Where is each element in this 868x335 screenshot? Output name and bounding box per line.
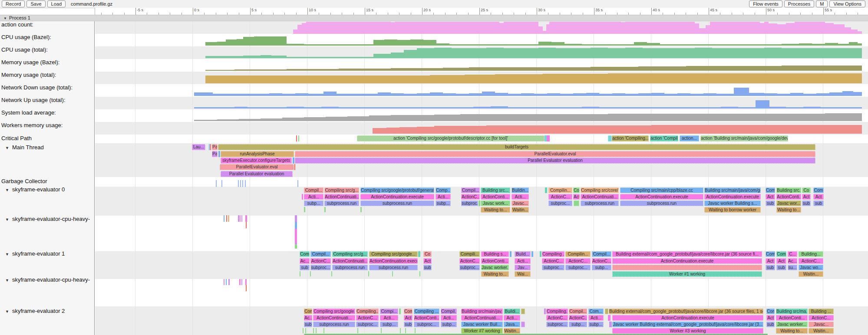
system-load-average-counter-step[interactable] xyxy=(282,118,304,121)
network-down-usage-counter-step[interactable] xyxy=(282,94,295,96)
trace-event-sliver[interactable] xyxy=(228,215,229,222)
trace-event-bar[interactable]: Com xyxy=(776,251,786,257)
trace-event-bar[interactable]: Buildin... xyxy=(512,187,529,193)
trace-event-bar[interactable]: ActionConti... xyxy=(776,194,801,200)
cpu-usage-bazel-counter-step[interactable] xyxy=(330,44,343,46)
trace-event-sliver[interactable] xyxy=(296,135,297,141)
system-load-average-counter-step[interactable] xyxy=(347,116,369,121)
memory-usage-total-counter-step[interactable] xyxy=(608,73,862,83)
trace-event-sliver[interactable] xyxy=(360,207,362,212)
memory-usage-bazel-counter-step[interactable] xyxy=(543,67,591,71)
trace-event-bar[interactable]: action 'Compili... xyxy=(650,135,678,141)
network-down-usage-counter-step[interactable] xyxy=(323,92,337,96)
network-down-usage-counter-step[interactable] xyxy=(430,92,443,96)
system-load-average-counter-step[interactable] xyxy=(564,114,608,121)
action-count-counter-step[interactable] xyxy=(825,23,834,34)
trace-event-bar[interactable]: Acti... xyxy=(436,194,451,200)
trace-event-bar[interactable]: C... xyxy=(788,251,797,257)
trace-event-bar[interactable]: Com... xyxy=(588,309,604,314)
network-up-usage-counter-step[interactable] xyxy=(378,107,395,108)
network-down-usage-counter-step[interactable] xyxy=(213,94,226,96)
trace-event-bar[interactable]: Compilin... xyxy=(565,251,591,257)
trace-event-bar[interactable]: Building ... xyxy=(809,309,834,314)
trace-event-bar[interactable]: Java... xyxy=(504,322,520,327)
trace-event-bar[interactable]: sub xyxy=(766,265,775,270)
cpu-usage-bazel-counter-step[interactable] xyxy=(582,44,599,46)
trace-event-sliver[interactable] xyxy=(605,309,608,314)
trace-event-sliver[interactable] xyxy=(545,187,547,193)
network-down-usage-counter-step[interactable] xyxy=(350,94,365,96)
cpu-usage-total-counter-step[interactable] xyxy=(486,48,504,58)
trace-event-bar[interactable]: Waitin... xyxy=(809,328,834,334)
cpu-usage-bazel-counter-step[interactable] xyxy=(356,44,373,46)
memory-usage-bazel-counter-step[interactable] xyxy=(825,66,862,71)
trace-event-sliver[interactable] xyxy=(418,251,420,257)
trace-event-bar[interactable]: ActionC... xyxy=(356,315,379,321)
trace-event-bar[interactable]: Comp... xyxy=(436,187,451,193)
trace-event-bar[interactable]: Compiling src/g... xyxy=(332,251,368,257)
cpu-usage-total-counter-step[interactable] xyxy=(304,57,321,58)
trace-event-bar[interactable]: ActionContinuation.execute xyxy=(612,315,763,321)
network-down-usage-counter-step[interactable] xyxy=(638,93,651,96)
trace-event-bar[interactable]: ActionContinuation.execute xyxy=(704,194,761,200)
action-count-counter-step[interactable] xyxy=(795,22,825,34)
trace-event-bar[interactable]: action 'Compiling... xyxy=(612,135,649,141)
trace-event-bar[interactable]: Waiting to borrow worker xyxy=(704,207,761,213)
track-label-workers-memory-usage[interactable]: Workers memory usage: xyxy=(1,122,63,128)
trace-event-bar[interactable]: sub xyxy=(766,200,775,206)
workers-memory-usage-counter-step[interactable] xyxy=(373,128,386,134)
track-label-system-load-average[interactable]: System load average: xyxy=(1,110,56,116)
workers-memory-usage-counter-step[interactable] xyxy=(738,125,782,134)
cpu-usage-bazel-counter-step[interactable] xyxy=(237,39,243,46)
trace-event-bar[interactable]: Javac wor... xyxy=(776,200,801,206)
trace-event-bar[interactable]: Acti... xyxy=(515,258,531,264)
trace-event-sliver[interactable] xyxy=(479,200,480,206)
memory-usage-bazel-counter-step[interactable] xyxy=(495,67,543,71)
network-up-usage-counter-step[interactable] xyxy=(721,107,738,108)
trace-event-bar[interactable]: action 'Building src/main/java/com/googl… xyxy=(700,135,788,141)
trace-event-sliver[interactable] xyxy=(316,328,317,333)
cpu-usage-total-counter-step[interactable] xyxy=(356,57,373,58)
workers-memory-usage-counter-step[interactable] xyxy=(460,126,486,134)
cpu-usage-bazel-counter-step[interactable] xyxy=(205,42,217,46)
cpu-usage-total-counter-step[interactable] xyxy=(747,48,764,58)
trace-event-sliver[interactable] xyxy=(399,309,401,314)
trace-event-bar[interactable]: Ac... xyxy=(304,315,312,321)
network-up-usage-counter-step[interactable] xyxy=(217,107,234,108)
system-load-average-counter-step[interactable] xyxy=(391,115,413,121)
trace-event-bar[interactable]: action... xyxy=(680,135,699,141)
workers-memory-usage-counter-step[interactable] xyxy=(399,127,417,134)
cpu-usage-total-counter-step[interactable] xyxy=(243,56,261,58)
network-down-usage-counter-step[interactable] xyxy=(534,94,547,96)
network-down-usage-counter-step[interactable] xyxy=(482,92,495,96)
trace-event-bar[interactable]: Lau... xyxy=(192,144,205,150)
memory-usage-bazel-counter-step[interactable] xyxy=(591,67,638,71)
trace-event-bar[interactable]: ActionContinuation.execute xyxy=(620,194,703,200)
track-label-cpu-usage-total[interactable]: CPU usage (total): xyxy=(1,47,48,53)
action-count-counter-step[interactable] xyxy=(499,23,504,34)
trace-event-bar[interactable]: ActionC... xyxy=(799,258,823,264)
system-load-average-counter-step[interactable] xyxy=(695,114,738,121)
cpu-usage-total-counter-step[interactable] xyxy=(643,48,660,58)
track-label-network-up-usage-total[interactable]: Network Up usage (total): xyxy=(1,97,65,103)
trace-event-bar[interactable]: Wai... xyxy=(515,271,531,277)
trace-event-sliver[interactable] xyxy=(295,229,297,242)
network-down-usage-counter-step[interactable] xyxy=(469,93,482,96)
trace-event-bar[interactable]: Building src... xyxy=(481,187,510,193)
trace-event-bar[interactable]: subprocess.run xyxy=(369,265,418,270)
cpu-usage-total-counter-step[interactable] xyxy=(677,48,695,58)
trace-event-sliver[interactable] xyxy=(544,309,546,314)
trace-event-sliver[interactable] xyxy=(218,151,220,157)
trace-event-bar[interactable]: ActionC... xyxy=(459,258,480,264)
track-label-skyframe-evaluator-cpu-heavy[interactable]: ▼skyframe-evaluator-cpu-heavy- xyxy=(1,277,90,283)
network-up-usage-counter-step[interactable] xyxy=(430,107,447,108)
trace-event-bar[interactable]: ActionC... xyxy=(542,258,564,264)
trace-event-bar[interactable]: subprocess.run xyxy=(360,200,434,206)
trace-event-bar[interactable]: Javac work... xyxy=(481,200,510,206)
network-up-usage-counter-step[interactable] xyxy=(703,107,721,108)
collapse-triangle-icon[interactable]: ▼ xyxy=(5,188,9,192)
cpu-usage-bazel-counter-step[interactable] xyxy=(449,44,462,46)
trace-event-sliver[interactable] xyxy=(574,200,579,206)
action-count-counter-step[interactable] xyxy=(834,24,845,34)
trace-event-bar[interactable]: ActionContinuati... xyxy=(313,315,355,321)
